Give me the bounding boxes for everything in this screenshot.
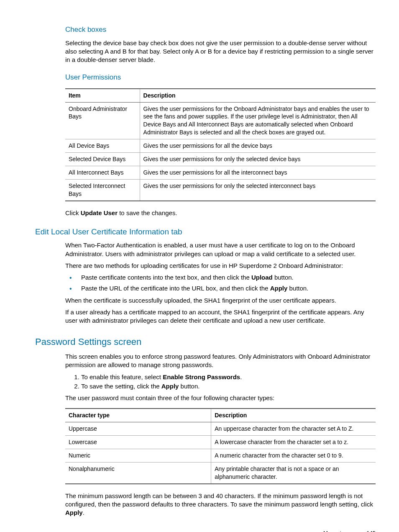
password-settings-heading: Password Settings screen <box>35 336 376 348</box>
user-permissions-heading: User Permissions <box>65 73 376 82</box>
col-item: Item <box>65 89 140 102</box>
col-description: Description <box>140 89 376 102</box>
list-item: Paste the URL of the certificate into th… <box>65 284 376 293</box>
password-steps: To enable this feature, select Enable St… <box>65 373 376 391</box>
table-row: Uppercase An uppercase character from th… <box>65 422 376 436</box>
table-header-row: Character type Description <box>65 409 376 422</box>
table-header-row: Item Description <box>65 89 376 102</box>
edit-cert-p3: When the certificate is successfully upl… <box>65 296 376 305</box>
footer-page: 145 <box>366 530 376 532</box>
table-row: Nonalphanumeric Any printable character … <box>65 462 376 483</box>
cell-desc: Gives the user permissions for only the … <box>140 179 376 200</box>
col-char-type: Character type <box>65 409 211 422</box>
cell-type: Uppercase <box>65 422 211 436</box>
cell-item: All Device Bays <box>65 139 140 153</box>
cell-desc: Gives the user permissions for only the … <box>140 152 376 166</box>
cell-desc: Gives the user permissions for all the d… <box>140 139 376 153</box>
list-item: To enable this feature, select Enable St… <box>81 373 376 381</box>
password-p2: The user password must contain three of … <box>65 394 376 402</box>
page-footer: Managing users 145 <box>23 529 376 532</box>
table-row: Selected Interconnect Bays Gives the use… <box>65 179 376 200</box>
list-item: Paste certificate contents into the text… <box>65 273 376 282</box>
update-user-note: Click Update User to save the changes. <box>65 209 376 217</box>
cell-desc: A numeric character from the character s… <box>211 449 376 463</box>
cell-item: All Interconnect Bays <box>65 166 140 179</box>
col-description: Description <box>211 409 376 422</box>
cell-item: Selected Interconnect Bays <box>65 179 140 200</box>
edit-cert-bullets: Paste certificate contents into the text… <box>65 273 376 293</box>
cell-type: Lowercase <box>65 436 211 449</box>
table-row: All Device Bays Gives the user permissio… <box>65 139 376 153</box>
cell-desc: Any printable character that is not a sp… <box>211 462 376 483</box>
footer-section: Managing users <box>323 530 362 532</box>
cell-item: Selected Device Bays <box>65 152 140 166</box>
cell-desc: Gives the user permissions for the Onboa… <box>140 102 376 139</box>
user-permissions-table: Item Description Onboard Administrator B… <box>65 88 376 201</box>
table-row: Lowercase A lowercase character from the… <box>65 436 376 449</box>
cell-item: Onboard Administrator Bays <box>65 102 140 139</box>
edit-local-cert-heading: Edit Local User Certificate Information … <box>35 226 376 237</box>
table-row: Onboard Administrator Bays Gives the use… <box>65 102 376 139</box>
cell-desc: A lowercase character from the character… <box>211 436 376 449</box>
character-type-table: Character type Description Uppercase An … <box>65 408 376 484</box>
cell-type: Nonalphanumeric <box>65 462 211 483</box>
checkboxes-paragraph: Selecting the device base bay check box … <box>65 39 376 64</box>
table-row: Numeric A numeric character from the cha… <box>65 449 376 463</box>
password-p3: The minimum password length can be betwe… <box>65 492 376 517</box>
table-row: All Interconnect Bays Gives the user per… <box>65 166 376 179</box>
list-item: To save the setting, click the Apply but… <box>81 382 376 391</box>
edit-cert-p4: If a user already has a certificate mapp… <box>65 308 376 325</box>
cell-type: Numeric <box>65 449 211 463</box>
edit-cert-p2: There are two methods for uploading cert… <box>65 262 376 270</box>
password-p1: This screen enables you to enforce stron… <box>65 352 376 370</box>
checkboxes-heading: Check boxes <box>65 25 376 35</box>
cell-desc: Gives the user permissions for all the i… <box>140 166 376 179</box>
table-row: Selected Device Bays Gives the user perm… <box>65 152 376 166</box>
cell-desc: An uppercase character from the characte… <box>211 422 376 436</box>
edit-cert-p1: When Two-Factor Authentication is enable… <box>65 241 376 258</box>
